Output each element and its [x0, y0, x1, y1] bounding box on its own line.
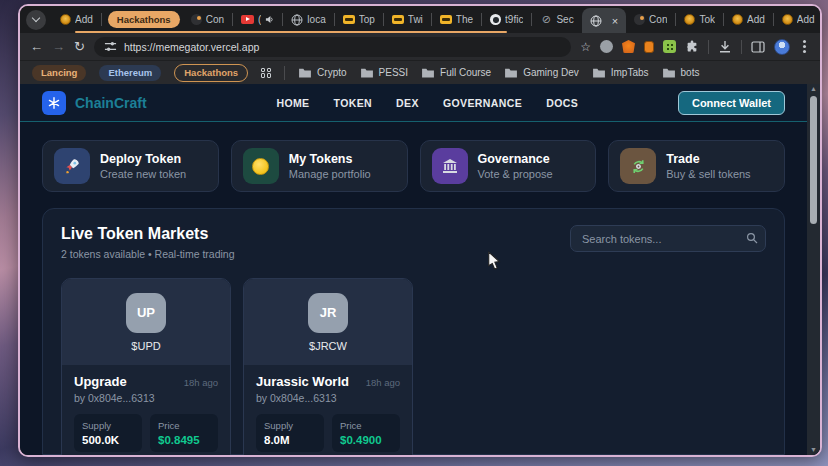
scroll-down-icon[interactable]: ▼: [810, 445, 817, 455]
tab-separator: [773, 13, 774, 26]
live-token-markets-panel: Live Token Markets 2 tokens available • …: [42, 208, 785, 455]
quick-actions-row: Deploy Token Create new token My Tokens …: [42, 140, 785, 192]
token-ticker: $UPD: [131, 340, 160, 352]
back-icon[interactable]: ←: [30, 40, 43, 53]
nav-home[interactable]: HOME: [276, 97, 309, 109]
bookmark-star-icon[interactable]: ☆: [580, 40, 591, 54]
connect-wallet-button[interactable]: Connect Wallet: [678, 91, 785, 115]
nav-governance[interactable]: GOVERNANCE: [443, 97, 522, 109]
bookmark-folder-bots[interactable]: bots: [662, 67, 700, 78]
nav-dex[interactable]: DEX: [396, 97, 419, 109]
markets-title: Live Token Markets: [61, 225, 235, 243]
browser-tab[interactable]: loca: [286, 9, 330, 31]
tab-search-button[interactable]: [26, 10, 46, 30]
token-name: Jurassic World: [256, 374, 349, 389]
scrollbar-thumb[interactable]: [810, 96, 817, 224]
browser-tab[interactable]: t9fic: [485, 9, 528, 31]
token-age: 18h ago: [184, 377, 218, 388]
github-favicon: [490, 14, 501, 25]
action-subtitle: Manage portfolio: [289, 168, 371, 180]
action-title: Deploy Token: [100, 152, 186, 166]
yellow-card-favicon: [392, 15, 404, 24]
tab-separator: [723, 13, 724, 26]
forward-icon[interactable]: →: [52, 40, 65, 53]
trade-card[interactable]: Trade Buy & sell tokens: [608, 140, 785, 192]
tab-separator: [431, 13, 432, 26]
reload-icon[interactable]: ↻: [74, 40, 85, 53]
bookmark-folder-crypto[interactable]: Crypto: [298, 67, 346, 78]
extensions-puzzle-icon[interactable]: [685, 40, 699, 54]
metamask-icon[interactable]: [622, 40, 635, 53]
address-bar[interactable]: https://memegator.vercel.app: [94, 37, 571, 57]
browser-tab[interactable]: Add: [777, 9, 820, 31]
browser-menu-icon[interactable]: [803, 45, 806, 48]
token-creator: by 0x804e...6313: [256, 392, 400, 404]
deploy-token-card[interactable]: Deploy Token Create new token: [42, 140, 219, 192]
nav-token[interactable]: TOKEN: [334, 97, 373, 109]
browser-tab[interactable]: The: [435, 9, 478, 31]
browser-tab[interactable]: Con: [629, 9, 672, 31]
nav-docs[interactable]: DOCS: [546, 97, 578, 109]
scroll-up-icon[interactable]: ▲: [810, 84, 817, 94]
apps-grid-icon[interactable]: [261, 68, 271, 78]
site-header: ChainCraft HOME TOKEN DEX GOVERNANCE DOC…: [20, 84, 807, 122]
browser-tab[interactable]: Add: [727, 9, 770, 31]
token-banner: JR $JRCW: [244, 279, 412, 365]
bookmark-group-lancing[interactable]: Lancing: [32, 65, 86, 81]
tab-separator: [481, 13, 482, 26]
tab-group-underline: [75, 31, 507, 33]
bookmark-folder-full-course[interactable]: Full Course: [421, 67, 491, 78]
governance-card[interactable]: Governance Vote & propose: [420, 140, 597, 192]
token-banner: UP $UPD: [62, 279, 230, 365]
close-tab-icon[interactable]: ×: [612, 15, 618, 27]
active-tab[interactable]: ×: [582, 8, 626, 33]
youtube-favicon: [241, 15, 254, 24]
gray-extension-icon: [600, 40, 613, 53]
brand-name[interactable]: ChainCraft: [75, 95, 147, 111]
chaincraft-logo-icon[interactable]: [42, 91, 66, 115]
bookmark-group-ethereum[interactable]: Ethereum: [99, 65, 161, 81]
extension-icon[interactable]: [600, 40, 613, 53]
tab-separator: [334, 13, 335, 26]
browser-toolbar: ← → ↻ https://memegator.vercel.app ☆: [20, 33, 820, 60]
bookmark-group-hackathons[interactable]: Hackathons: [174, 64, 248, 82]
tab-separator: [101, 13, 102, 26]
tab-group-label[interactable]: Hackathons: [108, 11, 180, 28]
action-subtitle: Buy & sell tokens: [666, 168, 750, 180]
bookmark-folder-pessi[interactable]: PESSI: [360, 67, 408, 78]
browser-tab[interactable]: Tok: [679, 9, 720, 31]
folder-icon: [360, 67, 374, 78]
extension-icon[interactable]: [644, 41, 654, 53]
browser-tab[interactable]: Twi: [387, 9, 428, 31]
bookmark-folder-gaming-dev[interactable]: Gaming Dev: [504, 67, 579, 78]
browser-tab[interactable]: Add: [55, 9, 98, 31]
profile-avatar[interactable]: [774, 39, 790, 55]
action-title: My Tokens: [289, 152, 371, 166]
extension-icon[interactable]: [663, 40, 676, 53]
downloads-icon[interactable]: [718, 40, 732, 54]
browser-window: Add Hackathons Con ( loca To: [18, 4, 822, 457]
browser-tab[interactable]: Top: [338, 9, 380, 31]
folder-icon: [504, 67, 518, 78]
yellow-card-favicon: [440, 15, 452, 24]
browser-tab[interactable]: Con: [186, 9, 229, 31]
search-tokens-input[interactable]: [570, 225, 766, 252]
bank-icon: [432, 148, 468, 184]
token-avatar: UP: [126, 293, 166, 333]
audio-speaker-icon: [265, 15, 274, 24]
token-card-jrcw: JR $JRCW Jurassic World 18h ago by 0x804…: [243, 278, 413, 457]
tab-separator: [531, 13, 532, 26]
browser-tab[interactable]: ⊘ Sec: [535, 9, 578, 31]
bookmark-folder-imptabs[interactable]: ImpTabs: [592, 67, 649, 78]
folder-icon: [298, 67, 312, 78]
token-ticker: $JRCW: [309, 340, 347, 352]
side-panel-icon[interactable]: [751, 40, 765, 54]
tab-separator: [383, 13, 384, 26]
site-info-icon[interactable]: [104, 40, 117, 53]
coin-icon: [243, 148, 279, 184]
action-title: Trade: [666, 152, 750, 166]
page-scrollbar[interactable]: ▲ ▼: [807, 84, 820, 455]
browser-tab[interactable]: (: [236, 9, 279, 31]
supply-stat: Supply 500.0K: [74, 414, 142, 452]
my-tokens-card[interactable]: My Tokens Manage portfolio: [231, 140, 408, 192]
